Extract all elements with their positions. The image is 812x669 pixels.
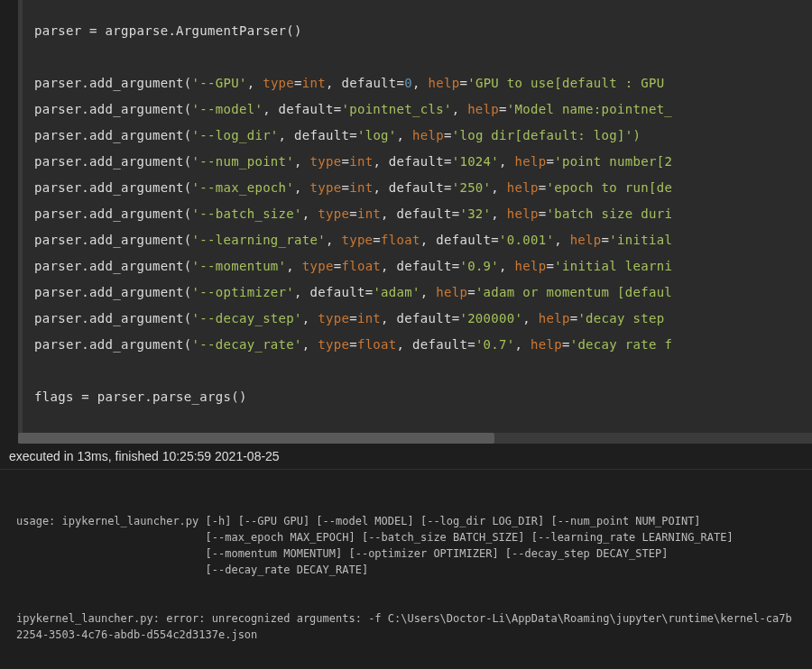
execution-status: executed in 13ms, finished 10:25:59 2021… [0, 444, 812, 470]
error-text: ipykernel_launcher.py: error: unrecogniz… [16, 610, 796, 643]
code-cell[interactable]: parser = argparse.ArgumentParser() parse… [0, 0, 812, 433]
cell-gutter [18, 0, 23, 433]
code-content[interactable]: parser = argparse.ArgumentParser() parse… [34, 18, 812, 410]
horizontal-scrollbar-track[interactable] [18, 433, 812, 444]
horizontal-scrollbar-thumb[interactable] [18, 433, 494, 444]
usage-text: usage: ipykernel_launcher.py [-h] [--GPU… [16, 513, 796, 578]
output-panel: usage: ipykernel_launcher.py [-h] [--GPU… [0, 470, 812, 669]
